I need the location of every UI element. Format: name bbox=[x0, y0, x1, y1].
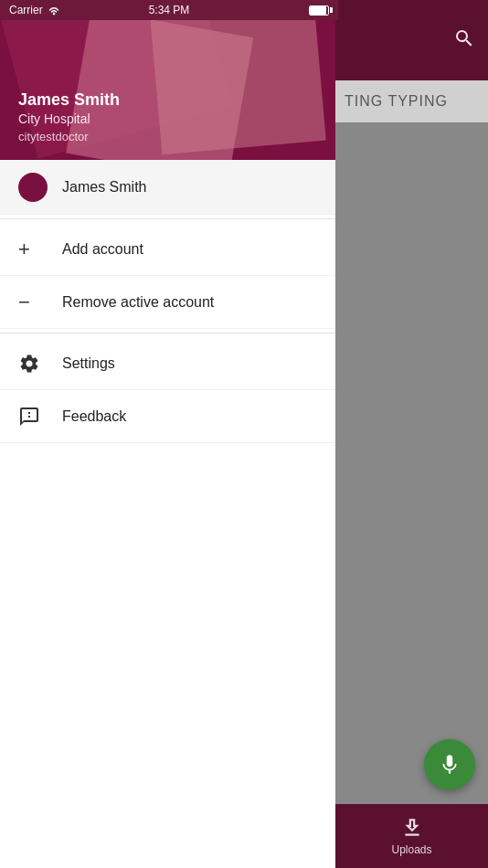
status-bar-left: Carrier bbox=[9, 4, 60, 16]
account-label: James Smith bbox=[62, 179, 146, 196]
search-icon[interactable] bbox=[453, 27, 475, 49]
bottom-bar-label: Uploads bbox=[391, 843, 431, 856]
status-bar-right bbox=[309, 5, 329, 16]
add-account-icon-wrap: + bbox=[18, 239, 55, 259]
divider-2 bbox=[0, 333, 335, 333]
add-account-item[interactable]: + Add account bbox=[0, 223, 335, 276]
typing-text: TING TYPING bbox=[345, 93, 448, 110]
settings-icon-wrap bbox=[18, 353, 55, 375]
feedback-item[interactable]: Feedback bbox=[0, 390, 335, 443]
drawer-header-name: James Smith bbox=[18, 90, 317, 111]
account-avatar bbox=[18, 173, 48, 202]
status-bar: Carrier 5:34 PM bbox=[0, 0, 338, 20]
uploads-icon bbox=[400, 816, 424, 840]
feedback-label: Feedback bbox=[62, 408, 126, 425]
add-account-label: Add account bbox=[62, 241, 143, 258]
remove-account-item[interactable]: − Remove active account bbox=[0, 276, 335, 329]
divider-1 bbox=[0, 218, 335, 219]
plus-icon: + bbox=[18, 239, 30, 259]
settings-label: Settings bbox=[62, 355, 115, 372]
wifi-icon bbox=[48, 5, 60, 16]
minus-icon: − bbox=[18, 292, 30, 312]
drawer-panel: Carrier 5:34 PM James Smith City Hospita… bbox=[0, 0, 335, 868]
drawer-header-username: citytestdoctor bbox=[18, 129, 317, 145]
mic-fab-button[interactable] bbox=[424, 739, 475, 790]
bottom-bar[interactable]: Uploads bbox=[335, 804, 488, 868]
drawer-content: James Smith + Add account − Remove activ… bbox=[0, 160, 335, 868]
status-bar-time: 5:34 PM bbox=[149, 4, 190, 16]
remove-account-icon-wrap: − bbox=[18, 292, 55, 312]
right-panel-header bbox=[335, 0, 488, 80]
account-item[interactable]: James Smith bbox=[0, 160, 335, 215]
typing-bar: TING TYPING bbox=[335, 80, 488, 122]
settings-item[interactable]: Settings bbox=[0, 337, 335, 390]
carrier-label: Carrier bbox=[9, 4, 43, 16]
drawer-header-text: James Smith City Hospital citytestdoctor bbox=[18, 90, 317, 145]
right-panel: TING TYPING bbox=[335, 0, 488, 868]
feedback-icon-wrap bbox=[18, 406, 55, 428]
remove-account-label: Remove active account bbox=[62, 294, 214, 311]
feedback-icon bbox=[18, 406, 40, 428]
mic-icon bbox=[438, 753, 461, 777]
battery-icon bbox=[309, 5, 329, 16]
search-icon-wrap[interactable] bbox=[453, 27, 475, 53]
svg-point-0 bbox=[52, 13, 54, 15]
drawer-header-org: City Hospital bbox=[18, 111, 317, 129]
gear-icon bbox=[18, 353, 40, 375]
account-icon-wrap bbox=[18, 173, 55, 202]
drawer-header: James Smith City Hospital citytestdoctor bbox=[0, 0, 335, 160]
